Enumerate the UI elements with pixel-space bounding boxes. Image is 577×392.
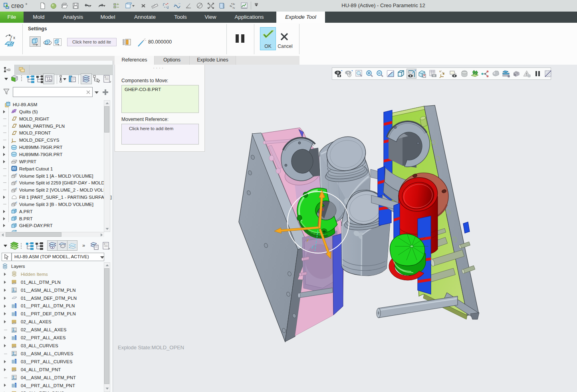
svg-text:x: x: [13, 36, 15, 40]
svg-text:z: z: [311, 244, 314, 249]
svg-text:creo: creo: [11, 2, 24, 9]
svg-text:x/: x/: [439, 70, 442, 73]
svg-text:z: z: [10, 38, 12, 42]
